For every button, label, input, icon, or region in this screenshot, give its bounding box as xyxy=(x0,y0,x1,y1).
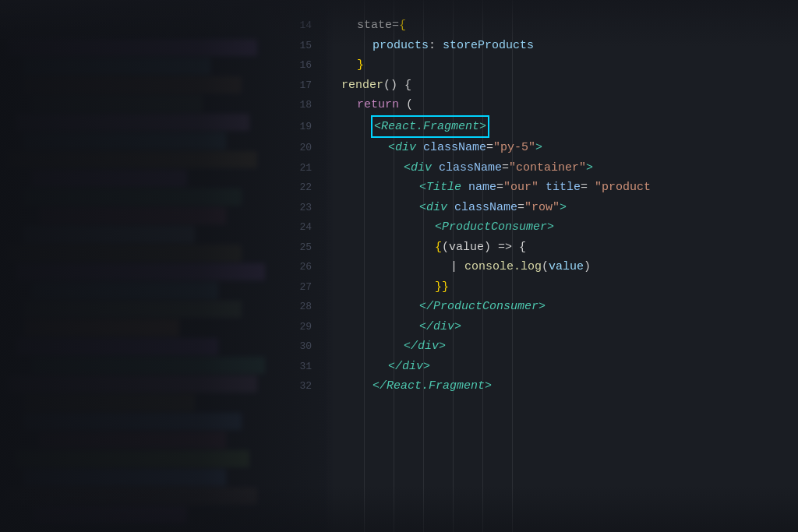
code-line-31: 31 </div> xyxy=(288,357,798,377)
line-number: 31 xyxy=(288,358,312,375)
line-number: 25 xyxy=(288,239,312,256)
code-content: state={ xyxy=(326,16,406,36)
line-number: 14 xyxy=(288,17,312,34)
code-area: 14 state={ 15 products: storeProducts 16… xyxy=(288,0,798,532)
code-content: <React.Fragment> xyxy=(326,115,488,139)
code-line-32: 32 </React.Fragment> xyxy=(288,376,798,396)
code-content: </div> xyxy=(326,357,430,377)
blurred-left-panel xyxy=(0,0,327,532)
code-content: </React.Fragment> xyxy=(326,376,492,396)
code-content: products: storeProducts xyxy=(326,36,534,56)
code-content: return ( xyxy=(326,95,413,115)
code-content: </div> xyxy=(326,336,446,357)
code-line-17: 17 render() { xyxy=(288,76,798,96)
line-number: 15 xyxy=(288,37,312,55)
code-line-14: 14 state={ xyxy=(288,16,798,36)
code-content: | console.log(value) xyxy=(326,257,591,277)
code-line-23: 23 <div className="row"> xyxy=(288,198,798,218)
code-line-15: 15 products: storeProducts xyxy=(288,36,798,56)
code-line-20: 20 <div className="py-5"> xyxy=(288,138,798,158)
code-line-28: 28 </ProductConsumer> xyxy=(288,297,798,317)
code-content: </div> xyxy=(326,317,461,337)
line-number: 20 xyxy=(288,139,312,157)
code-content: <div className="py-5"> xyxy=(326,138,542,158)
code-line-24: 24 <ProductConsumer> xyxy=(288,217,798,238)
code-content: <div className="row"> xyxy=(326,198,567,218)
line-number: 23 xyxy=(288,199,312,217)
code-line-25: 25 {(value) => { xyxy=(288,238,798,258)
line-number: 27 xyxy=(288,279,312,296)
code-content: <div className="container"> xyxy=(326,158,593,178)
line-number: 17 xyxy=(288,77,312,94)
line-number: 32 xyxy=(288,378,312,395)
code-content: render() { xyxy=(326,76,411,96)
code-line-18: 18 return ( xyxy=(288,95,798,115)
react-fragment-tag: <React.Fragment> xyxy=(371,115,489,139)
code-line-22: 22 <Title name="our" title= "product xyxy=(288,178,798,198)
code-line-26: 26 | console.log(value) xyxy=(288,257,798,277)
line-number: 21 xyxy=(288,160,312,177)
line-number: 29 xyxy=(288,319,312,336)
code-line-19: 19 <React.Fragment> xyxy=(288,115,798,139)
code-content: </ProductConsumer> xyxy=(326,297,546,317)
line-number: 18 xyxy=(288,97,312,114)
line-number: 28 xyxy=(288,298,312,315)
line-number: 19 xyxy=(288,118,312,136)
code-line-27: 27 }} xyxy=(288,277,798,298)
code-line-21: 21 <div className="container"> xyxy=(288,158,798,178)
code-content: {(value) => { xyxy=(326,238,526,258)
code-line-16: 16 } xyxy=(288,55,798,76)
line-number: 22 xyxy=(288,179,312,196)
code-content: <Title name="our" title= "product xyxy=(326,178,651,198)
line-number: 16 xyxy=(288,57,312,74)
line-number: 24 xyxy=(288,219,312,236)
line-number: 26 xyxy=(288,259,312,276)
editor-container: 14 state={ 15 products: storeProducts 16… xyxy=(0,0,798,532)
code-content: }} xyxy=(326,277,449,298)
code-line-30: 30 </div> xyxy=(288,336,798,357)
code-content: } xyxy=(326,55,364,76)
code-content: <ProductConsumer> xyxy=(326,217,554,238)
code-line-29: 29 </div> xyxy=(288,317,798,337)
line-number: 30 xyxy=(288,338,312,355)
